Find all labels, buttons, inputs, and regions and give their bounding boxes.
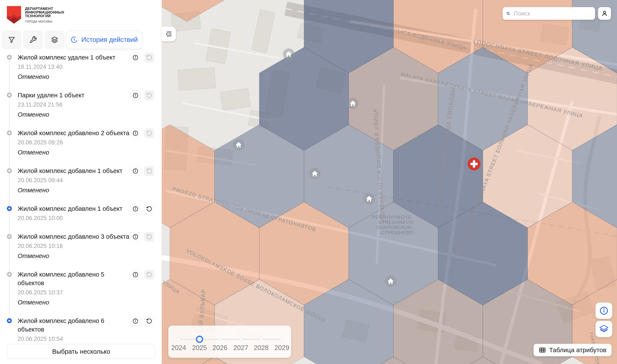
history-undo-button[interactable] — [144, 128, 154, 138]
timeline-year-label[interactable]: 2028 — [254, 344, 269, 352]
history-item-title: Парки удален 1 объект — [18, 91, 130, 100]
history-item: Жилой комплекс удален 1 объект18.11.2024… — [0, 53, 162, 81]
undo-icon — [146, 206, 152, 212]
history-item-date: 20.06.2025 10:16 — [18, 242, 162, 250]
history-info-button[interactable] — [131, 91, 140, 100]
undo-icon — [146, 234, 152, 240]
history-item-bullet[interactable] — [7, 206, 12, 211]
history-item-title: Жилой комплекс добавлено 3 объекта — [18, 232, 130, 241]
timeline-dot[interactable] — [177, 338, 180, 341]
timeline-dot[interactable] — [260, 338, 263, 341]
info-icon — [132, 271, 139, 278]
history-item: Жилой комплекс добавлено 6 объектов20.06… — [0, 316, 162, 343]
tab-history[interactable]: История действий — [66, 31, 142, 49]
history-item-title: Жилой комплекс добавлено 5 объектов — [18, 270, 130, 287]
house-marker[interactable] — [309, 168, 321, 179]
history-item-title: Жилой комплекс добавлен 1 объект — [18, 204, 130, 213]
undo-icon — [146, 92, 152, 99]
timeline-dot[interactable] — [239, 338, 242, 341]
house-marker[interactable] — [385, 275, 396, 287]
history-item-date: 20.06.2025 10:54 — [18, 335, 162, 343]
house-marker[interactable] — [233, 139, 244, 151]
info-icon — [132, 130, 139, 136]
user-icon — [601, 10, 608, 17]
history-undo-button[interactable] — [144, 166, 154, 176]
history-item-bullet[interactable] — [7, 130, 12, 135]
tab-layers[interactable] — [45, 31, 64, 49]
map-info-button[interactable] — [595, 302, 612, 319]
tab-filters[interactable] — [2, 31, 21, 49]
history-info-button[interactable] — [131, 316, 140, 326]
map-svg[interactable]: LODOČNAÂ ULICA ЛОДОЧНАЯ УЛИЦАLODOCHNAYA … — [162, 0, 617, 364]
history-info-button[interactable] — [131, 166, 140, 176]
undo-icon — [146, 130, 152, 136]
history-item-title: Жилой комплекс добавлено 2 объекта — [18, 129, 130, 137]
outdent-icon — [165, 30, 173, 38]
house-marker[interactable] — [283, 48, 295, 60]
timeline-year-label[interactable]: 2027 — [234, 344, 248, 352]
timeline-dot[interactable] — [280, 338, 283, 341]
undo-icon — [146, 54, 152, 61]
timeline-track[interactable] — [179, 339, 282, 340]
sidebar: ДЕПАРТАМЕНТ ИНФОРМАЦИОННЫХ ТЕХНОЛОГИЙ ГО… — [0, 0, 162, 364]
timeline-dot[interactable] — [218, 338, 222, 341]
search-input[interactable] — [513, 10, 592, 17]
history-info-button[interactable] — [131, 204, 140, 214]
history-undo-button[interactable] — [144, 270, 154, 280]
clock-icon — [70, 36, 78, 43]
history-item-bullet[interactable] — [7, 168, 12, 173]
search-box — [503, 7, 595, 20]
timeline-year-label[interactable]: 2025 — [192, 344, 207, 352]
logo-text: ДЕПАРТАМЕНТ ИНФОРМАЦИОННЫХ ТЕХНОЛОГИЙ ГО… — [25, 6, 64, 24]
timeline-dot-selected[interactable] — [196, 336, 203, 343]
undo-icon — [146, 318, 152, 324]
history-item-date: 23.11.2024 21:56 — [18, 100, 162, 109]
history-info-button[interactable] — [131, 270, 140, 280]
logo-line: ТЕХНОЛОГИЙ — [25, 14, 64, 18]
history-item-status: Отменено — [18, 148, 162, 157]
user-button[interactable] — [598, 7, 611, 20]
house-marker[interactable] — [347, 98, 359, 109]
timeline-year-label[interactable]: 2024 — [171, 344, 186, 352]
timeline-year-label[interactable]: 2026 — [213, 344, 227, 352]
history-item-title: Жилой комплекс добавлено 6 объектов — [18, 316, 130, 334]
attribute-table-button[interactable]: Таблица атрибутов — [534, 344, 612, 356]
history-undo-button[interactable] — [144, 91, 154, 100]
sidebar-tabs: История действий — [2, 31, 142, 49]
tab-tools[interactable] — [23, 31, 43, 49]
history-item-bullet[interactable] — [7, 272, 12, 277]
info-icon — [132, 92, 139, 99]
table-icon — [539, 346, 546, 354]
history-item-bullet[interactable] — [7, 318, 12, 323]
history-undo-button[interactable] — [144, 204, 154, 214]
house-marker[interactable] — [363, 193, 375, 205]
map-canvas[interactable]: LODOČNAÂ ULICA ЛОДОЧНАЯ УЛИЦАLODOCHNAYA … — [162, 0, 617, 364]
app-logo: ДЕПАРТАМЕНТ ИНФОРМАЦИОННЫХ ТЕХНОЛОГИЙ ГО… — [7, 6, 64, 24]
history-undo-button[interactable] — [144, 316, 154, 326]
map-3d-layers-button[interactable] — [595, 321, 612, 337]
timeline-year-label[interactable]: 2029 — [275, 344, 289, 352]
history-undo-button[interactable] — [144, 232, 154, 242]
history-item: Жилой комплекс добавлен 1 объект20.06.20… — [0, 204, 162, 222]
filter-icon — [8, 36, 15, 44]
info-icon — [132, 206, 139, 212]
select-multiple-button[interactable]: Выбрать несколько — [7, 344, 155, 359]
info-icon — [132, 234, 139, 240]
info-icon — [599, 306, 609, 315]
history-info-button[interactable] — [131, 128, 140, 138]
history-item-bullet[interactable] — [7, 55, 12, 60]
sidebar-collapse-button[interactable] — [162, 27, 176, 41]
history-item-bullet[interactable] — [7, 234, 12, 239]
red-cross-marker[interactable] — [468, 157, 481, 170]
history-item-date: 20.06.2025 10:00 — [18, 214, 162, 222]
tab-history-label: История действий — [81, 36, 138, 44]
history-item-status: Отменено — [18, 252, 162, 260]
history-item: Жилой комплекс добавлен 1 объект20.06.20… — [0, 167, 162, 195]
undo-icon — [146, 168, 152, 174]
history-item-bullet[interactable] — [7, 93, 12, 98]
history-undo-button[interactable] — [144, 53, 154, 63]
year-timeline-panel: 202420252026202720282029 — [168, 325, 291, 358]
history-info-button[interactable] — [131, 53, 140, 63]
search-icon — [506, 10, 511, 17]
history-info-button[interactable] — [131, 232, 140, 242]
